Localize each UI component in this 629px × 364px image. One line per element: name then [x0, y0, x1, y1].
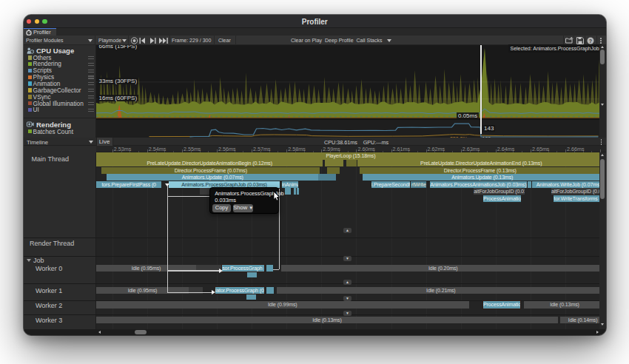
svg-text:?: ?: [588, 38, 591, 43]
